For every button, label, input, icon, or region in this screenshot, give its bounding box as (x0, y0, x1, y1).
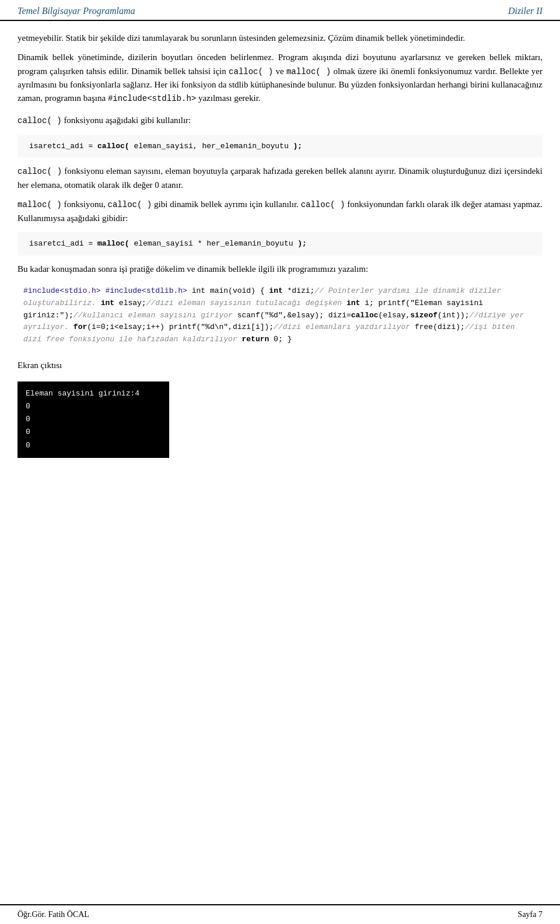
paragraph-4: calloc( ) fonksiyonu eleman sayısını, el… (18, 164, 542, 192)
terminal-line-2: 0 (26, 400, 161, 413)
malloc-usage-code: isaretci_adi = malloc( eleman_sayisi * h… (18, 232, 542, 256)
terminal-line-1: Eleman sayisini giriniz:4 (26, 387, 161, 400)
main-content: yetmeyebilir. Statik bir şekilde dizi ta… (0, 21, 560, 493)
program-code-block: #include<stdio.h> #include<stdlib.h> int… (18, 282, 542, 349)
page-footer: Öğr.Gör. Fatih ÖCAL Sayfa 7 (0, 904, 560, 924)
paragraph-5: malloc( ) fonksiyonu, calloc( ) gibi din… (18, 198, 542, 225)
header-left: Temel Bilgisayar Programlama (18, 6, 135, 16)
terminal-line-4: 0 (26, 426, 161, 439)
calloc-intro: calloc( ) fonksiyonu aşağıdaki gibi kull… (18, 114, 542, 128)
paragraph-1: yetmeyebilir. Statik bir şekilde dizi ta… (18, 32, 542, 45)
terminal-line-3: 0 (26, 413, 161, 426)
paragraph-2: Dinamik bellek yönetiminde, dizilerin bo… (18, 51, 542, 106)
header-right: Diziler II (508, 6, 542, 16)
terminal-line-5: 0 (26, 439, 161, 452)
paragraph-6: Bu kadar konuşmadan sonra işi pratiğe dö… (18, 262, 542, 276)
calloc-usage-code: isaretci_adi = calloc( eleman_sayisi, he… (18, 135, 542, 158)
terminal-output: Eleman sayisini giriniz:4 0 0 0 0 (18, 382, 169, 457)
page-header: Temel Bilgisayar Programlama Diziler II (0, 0, 560, 21)
footer-left: Öğr.Gör. Fatih ÖCAL (18, 910, 89, 919)
ekran-ciktisi-label: Ekran çıktısı (18, 359, 542, 372)
footer-right: Sayfa 7 (518, 910, 542, 919)
